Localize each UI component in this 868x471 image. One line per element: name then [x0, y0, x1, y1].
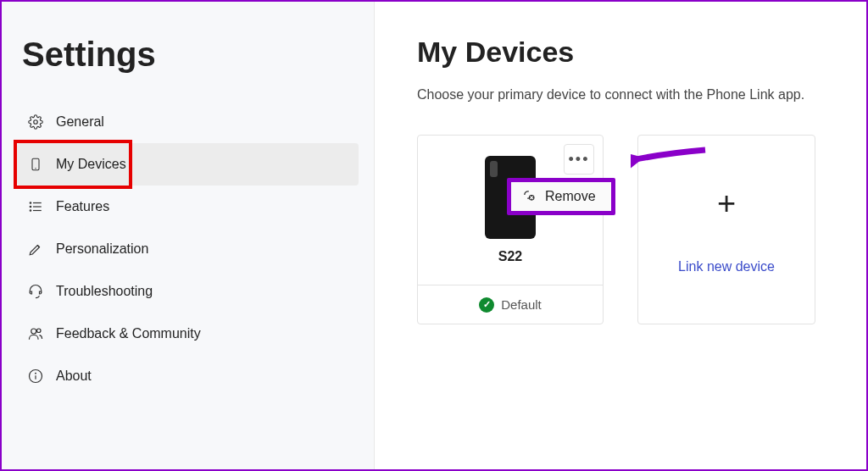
sidebar-item-my-devices[interactable]: My Devices [17, 143, 359, 186]
list-icon [27, 198, 44, 215]
people-icon [27, 325, 44, 342]
sidebar-item-label: General [56, 114, 104, 130]
remove-label: Remove [545, 189, 596, 204]
page-title: My Devices [417, 36, 824, 69]
device-status-row: ✓ Default [418, 285, 603, 324]
sidebar-item-troubleshooting[interactable]: Troubleshooting [17, 270, 359, 313]
check-icon: ✓ [479, 297, 494, 313]
sidebar-item-label: Personalization [56, 241, 148, 257]
sidebar-title: Settings [22, 36, 359, 74]
sidebar-item-label: About [56, 368, 92, 384]
page-subtitle: Choose your primary device to connect wi… [417, 87, 824, 103]
settings-sidebar: Settings General My Devices Features [2, 2, 375, 469]
link-new-device-card[interactable]: + Link new device [637, 135, 815, 324]
svg-point-8 [30, 210, 31, 212]
sidebar-item-label: My Devices [56, 157, 126, 172]
main-panel: My Devices Choose your primary device to… [375, 2, 866, 469]
sidebar-item-features[interactable]: Features [17, 186, 359, 228]
sidebar-item-label: Troubleshooting [56, 284, 153, 299]
device-name: S22 [498, 249, 522, 264]
device-status-label: Default [501, 297, 542, 312]
sidebar-item-personalization[interactable]: Personalization [17, 228, 359, 270]
info-icon [27, 368, 44, 385]
svg-point-13 [36, 373, 36, 374]
device-card[interactable]: ••• S22 ✓ Default Remove [417, 135, 604, 324]
plus-icon: + [717, 186, 736, 222]
svg-point-7 [30, 206, 31, 208]
link-new-device-label: Link new device [678, 259, 775, 274]
remove-device-menu-item[interactable]: Remove [507, 178, 615, 215]
more-icon: ••• [569, 151, 590, 169]
device-card-row: ••• S22 ✓ Default Remove + Link new [417, 135, 824, 324]
svg-point-10 [37, 329, 42, 333]
gear-icon [27, 114, 44, 130]
sidebar-item-feedback[interactable]: Feedback & Community [17, 313, 359, 355]
svg-point-6 [30, 202, 31, 204]
headset-icon [27, 283, 44, 300]
phone-icon [27, 156, 44, 173]
more-options-button[interactable]: ••• [564, 144, 594, 175]
sidebar-item-general[interactable]: General [17, 101, 359, 143]
brush-icon [27, 241, 44, 258]
svg-point-0 [34, 120, 38, 125]
svg-point-9 [31, 329, 36, 334]
sidebar-item-about[interactable]: About [17, 355, 359, 397]
sidebar-item-label: Feedback & Community [56, 326, 201, 341]
nav-list: General My Devices Features Personalizat… [17, 101, 359, 397]
unlink-icon [520, 187, 537, 206]
sidebar-item-label: Features [56, 199, 109, 214]
